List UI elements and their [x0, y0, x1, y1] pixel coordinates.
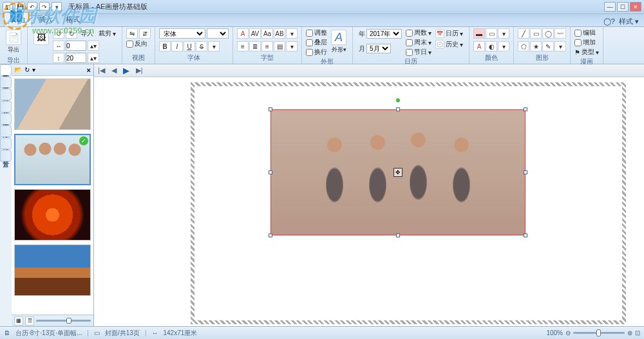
history-button[interactable]: 🕘历史▾ [433, 39, 465, 50]
tab-format[interactable]: 格式 [59, 13, 86, 26]
resize-handle-ml[interactable] [269, 170, 272, 174]
weeks-checkbox[interactable]: 周数▾ [406, 28, 431, 37]
list-icon[interactable]: ☰ [25, 316, 34, 325]
glyph-av-icon[interactable]: AV [249, 28, 261, 39]
thumbnail-item[interactable] [14, 78, 91, 130]
weekend-checkbox[interactable]: 周末▾ [406, 38, 431, 47]
color-b-icon[interactable]: ◐ [486, 41, 497, 51]
graphic-poly-icon[interactable]: ⬠ [518, 41, 529, 51]
align-just-icon[interactable]: ▤ [274, 41, 285, 51]
help-icon[interactable]: ◯? [603, 17, 615, 26]
stack-checkbox[interactable]: 叠层 [306, 38, 327, 47]
spin2-icon[interactable]: ▴▾ [88, 53, 99, 63]
thumbnail-list[interactable]: ✓ [12, 76, 93, 315]
wrap-checkbox[interactable]: 换行 [306, 48, 327, 57]
graphic-curve-icon[interactable]: 〰 [554, 28, 566, 39]
sidetab-background[interactable]: 背景 [0, 150, 12, 161]
tab-start[interactable]: 开始 [4, 12, 32, 26]
thumbnail-item[interactable]: ✓ [14, 134, 91, 185]
minimize-button[interactable]: — [604, 2, 616, 12]
qat-redo-icon[interactable]: ↷ [39, 2, 50, 12]
font-more-button[interactable]: ▾ [208, 41, 220, 51]
color-fill-icon[interactable]: ▬ [473, 28, 485, 39]
graphic-more-icon[interactable]: ▾ [554, 41, 566, 51]
photo-rotate-button[interactable]: 🖼 [32, 28, 51, 46]
qat-dropdown-icon[interactable]: ▾ [52, 2, 62, 12]
month-select[interactable]: 5月 [366, 44, 391, 53]
resize-handle-br[interactable] [524, 234, 527, 237]
style-dropdown[interactable]: 样式 ▾ [619, 17, 639, 26]
flip-h-icon[interactable]: ⇋ [126, 28, 138, 39]
fit-value-input[interactable] [66, 41, 86, 51]
zoom-in-button[interactable]: ⊕ [627, 329, 632, 336]
align-right-icon[interactable]: ≡ [261, 41, 273, 51]
sidetab-mask[interactable]: 蒙板 [0, 101, 12, 113]
resize-handle-tl[interactable] [269, 107, 272, 111]
qat-save-icon[interactable]: 💾 [15, 2, 25, 12]
resize-handle-bl[interactable] [269, 234, 272, 237]
strike-button[interactable]: S̶ [196, 41, 207, 51]
glyph-more-icon[interactable]: ▾ [286, 28, 298, 39]
nav-prev-button[interactable]: ◀ [111, 66, 117, 75]
move-handle-icon[interactable]: ✥ [393, 168, 402, 177]
rotate-handle[interactable] [396, 98, 400, 102]
calendar-button[interactable]: 📅日历▾ [433, 28, 465, 39]
nav-first-button[interactable]: |◀ [98, 66, 105, 75]
import-button[interactable]: 导入 [79, 28, 95, 39]
sidetab-image[interactable]: 图片 [0, 64, 12, 76]
append-checkbox[interactable]: 增加 [574, 38, 599, 47]
type-checkbox[interactable]: ⚑类型▾ [574, 48, 599, 57]
rotate-right-icon[interactable]: ↻ [66, 28, 77, 39]
resize-handle-tm[interactable] [396, 107, 400, 111]
graphic-circ-icon[interactable]: ◯ [542, 28, 554, 39]
qat-app-icon[interactable]: ◧ [3, 2, 13, 12]
thumb-size-slider[interactable] [36, 320, 91, 322]
color-more1-icon[interactable]: ▾ [498, 28, 509, 39]
align-more-icon[interactable]: ▾ [286, 41, 298, 51]
fit-vert-icon[interactable]: ↕ [53, 53, 64, 63]
spin-icon[interactable]: ▴▾ [88, 41, 99, 51]
color-a-icon[interactable]: A [473, 41, 485, 51]
sidetab-album[interactable]: 画册 [0, 77, 12, 88]
nav-play-button[interactable]: ▶ [123, 66, 129, 75]
qat-undo-icon[interactable]: ↶ [27, 2, 37, 12]
sidetab-border[interactable]: 镶边 [0, 125, 12, 137]
font-family-select[interactable]: 宋体 [159, 28, 205, 39]
sidetab-sample[interactable]: 样板 [0, 89, 12, 100]
year-select[interactable]: 2017年 [366, 29, 402, 39]
graphic-star-icon[interactable]: ★ [530, 41, 542, 51]
graphic-free-icon[interactable]: ✎ [542, 41, 554, 51]
zoom-slider[interactable] [573, 332, 625, 334]
glyph-a1-icon[interactable]: A [237, 28, 249, 39]
align-left-icon[interactable]: ≡ [237, 41, 249, 51]
sidetab-template[interactable]: 模板 [0, 138, 12, 149]
zoom-out-button[interactable]: ⊖ [565, 329, 571, 336]
export-button[interactable]: 📄 导出 [4, 28, 23, 55]
maximize-button[interactable]: ☐ [617, 2, 629, 12]
nav-next-button[interactable]: ▶| [136, 66, 143, 75]
canvas[interactable]: ✥ [94, 77, 644, 326]
rotate-left-icon[interactable]: ↺ [53, 28, 64, 39]
thumbnail-item[interactable] [14, 244, 91, 296]
holiday-checkbox[interactable]: 节日▾ [406, 48, 431, 57]
color-line-icon[interactable]: ▭ [486, 28, 497, 39]
zoom-fit-button[interactable]: ⊡ [635, 329, 640, 336]
thumbnail-item[interactable] [14, 189, 91, 241]
align-center-icon[interactable]: ≣ [249, 41, 261, 51]
glyph-aa-icon[interactable]: Aa [261, 28, 273, 39]
graphic-line-icon[interactable]: ╱ [518, 28, 529, 39]
resize-handle-mr[interactable] [524, 170, 527, 174]
adjust-checkbox[interactable]: 调整 [306, 28, 327, 37]
underline-button[interactable]: U [184, 41, 195, 51]
color-more2-icon[interactable]: ▾ [498, 41, 509, 51]
shape-button[interactable]: A 外形▾ [329, 28, 348, 55]
folder-open-icon[interactable]: 📂 [14, 66, 22, 73]
panel-close-icon[interactable]: × [87, 66, 91, 74]
tab-insert[interactable]: 插入 [32, 13, 59, 26]
resize-handle-bm[interactable] [396, 234, 400, 237]
fit-horiz-icon[interactable]: ↔ [53, 41, 64, 51]
refresh-icon[interactable]: ↻ [24, 66, 30, 73]
edit-checkbox[interactable]: 编辑 [574, 28, 599, 37]
fill-value-input[interactable] [66, 53, 86, 63]
grid-icon[interactable]: ▦ [14, 316, 23, 325]
